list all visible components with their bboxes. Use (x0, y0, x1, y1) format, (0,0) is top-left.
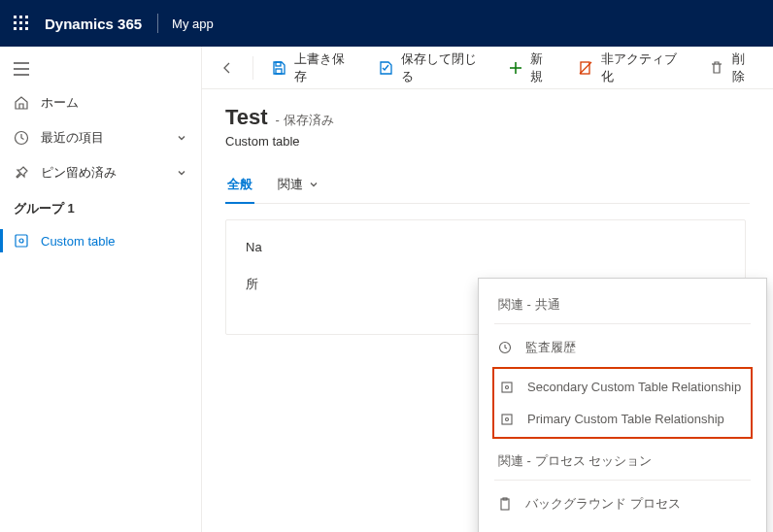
entity-icon (14, 233, 31, 249)
svg-rect-0 (14, 16, 17, 18)
save-label: 上書き保存 (294, 50, 354, 85)
main-area: 上書き保存 保存して閉じる 新規 非アクティブ化 (202, 47, 773, 532)
record-title: Test (225, 105, 268, 130)
sidebar-item-label: ホーム (41, 94, 187, 112)
tab-label: 関連 (278, 176, 303, 193)
new-button[interactable]: 新規 (499, 45, 563, 91)
tab-related[interactable]: 関連 (276, 170, 320, 203)
svg-rect-15 (276, 62, 281, 66)
plus-icon (509, 61, 522, 75)
svg-rect-24 (502, 415, 512, 424)
back-arrow-icon (219, 60, 235, 76)
history-icon (498, 341, 514, 354)
trash-icon (709, 60, 724, 76)
sidebar-item-recent[interactable]: 最近の項目 (0, 120, 201, 155)
deactivate-button[interactable]: 非アクティブ化 (568, 45, 695, 91)
sidebar-item-label: 最近の項目 (41, 129, 176, 147)
brand-label[interactable]: Dynamics 365 (45, 16, 142, 32)
sidebar: ホーム 最近の項目 ピン留め済み グループ 1 Custo (0, 47, 202, 532)
record-status: - 保存済み (276, 112, 334, 129)
entity-icon (500, 413, 516, 426)
sidebar-item-pinned[interactable]: ピン留め済み (0, 155, 201, 190)
clock-icon (14, 130, 31, 146)
entity-icon (500, 381, 516, 394)
app-name-label[interactable]: My app (172, 17, 214, 31)
save-close-icon (378, 60, 393, 76)
svg-point-14 (19, 239, 23, 243)
popup-item-audit[interactable]: 監査履歴 (479, 330, 766, 365)
svg-rect-2 (25, 16, 28, 18)
clipboard-icon (498, 497, 514, 511)
svg-rect-7 (19, 27, 22, 30)
form-tabs: 全般 関連 (225, 170, 750, 204)
tab-label: 全般 (227, 176, 252, 193)
svg-rect-26 (501, 499, 509, 510)
tab-general[interactable]: 全般 (225, 170, 254, 203)
deactivate-label: 非アクティブ化 (601, 50, 686, 85)
sidebar-item-label: Custom table (41, 234, 187, 249)
app-launcher-icon[interactable] (10, 12, 33, 35)
record-content: Test - 保存済み Custom table 全般 関連 Na 所 (202, 89, 773, 350)
command-bar: 上書き保存 保存して閉じる 新規 非アクティブ化 (202, 47, 773, 89)
chevron-down-icon (176, 167, 187, 179)
popup-item-primary-relationship[interactable]: Primary Custom Table Relationship (494, 403, 751, 435)
pin-icon (14, 165, 31, 181)
popup-item-label: 監査履歴 (525, 339, 576, 356)
svg-point-25 (506, 417, 509, 420)
highlight-annotation: Secondary Custom Table Relationship Prim… (492, 367, 753, 439)
save-icon (271, 60, 286, 76)
sidebar-item-custom-table[interactable]: Custom table (0, 223, 201, 258)
chevron-down-icon (176, 132, 187, 144)
svg-rect-13 (16, 235, 27, 247)
field-name-label: Na (246, 240, 725, 254)
popup-item-label: Secondary Custom Table Relationship (527, 380, 741, 394)
header-divider (157, 14, 158, 33)
svg-rect-22 (502, 382, 512, 392)
popup-item-label: Primary Custom Table Relationship (527, 412, 724, 426)
svg-rect-1 (19, 16, 22, 18)
popup-item-label: バックグラウンド プロセス (525, 495, 681, 513)
separator (252, 56, 253, 80)
global-header: Dynamics 365 My app (0, 0, 773, 47)
deactivate-icon (578, 60, 593, 76)
back-button[interactable] (210, 54, 245, 82)
popup-item-secondary-relationship[interactable]: Secondary Custom Table Relationship (494, 371, 751, 403)
new-label: 新規 (530, 50, 554, 85)
svg-rect-8 (25, 27, 28, 30)
save-close-button[interactable]: 保存して閉じる (368, 45, 495, 91)
popup-section-common: 関連 - 共通 (494, 290, 751, 324)
svg-rect-5 (25, 21, 28, 24)
save-close-label: 保存して閉じる (401, 50, 486, 85)
related-dropdown: 関連 - 共通 監査履歴 Secondary Custom Table Rela… (478, 278, 767, 532)
popup-item-background-process[interactable]: バックグラウンド プロセス (479, 486, 766, 521)
home-icon (14, 95, 31, 111)
svg-point-23 (506, 385, 509, 388)
sidebar-item-label: ピン留め済み (41, 164, 176, 182)
sidebar-group-label: グループ 1 (0, 190, 201, 223)
chevron-down-icon (309, 180, 319, 189)
svg-rect-3 (14, 21, 17, 24)
svg-rect-4 (19, 21, 22, 24)
svg-rect-16 (276, 69, 282, 74)
delete-button[interactable]: 削除 (699, 45, 765, 91)
svg-rect-6 (14, 27, 17, 30)
record-entity-label: Custom table (225, 134, 750, 149)
save-button[interactable]: 上書き保存 (261, 45, 364, 91)
delete-label: 削除 (732, 50, 756, 85)
popup-section-process: 関連 - プロセス セッション (494, 447, 751, 481)
sidebar-toggle-button[interactable] (0, 52, 201, 85)
sidebar-item-home[interactable]: ホーム (0, 85, 201, 120)
